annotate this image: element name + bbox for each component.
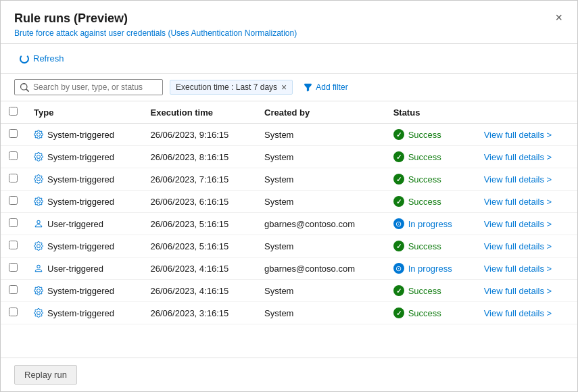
status-icon bbox=[393, 196, 404, 207]
status-cell: Success bbox=[385, 168, 476, 191]
status-cell: Success bbox=[385, 191, 476, 213]
type-column-header: Type bbox=[26, 101, 143, 124]
search-box[interactable] bbox=[14, 79, 163, 95]
created-by-cell: System bbox=[256, 168, 385, 191]
status-cell: Success bbox=[385, 235, 476, 258]
row-checkbox-cell[interactable] bbox=[1, 146, 26, 168]
view-details-cell[interactable]: View full details > bbox=[476, 258, 577, 280]
view-details-link[interactable]: View full details > bbox=[484, 241, 552, 251]
row-checkbox[interactable] bbox=[9, 174, 18, 182]
row-checkbox-cell[interactable] bbox=[1, 258, 26, 280]
dialog-header: Rule runs (Preview) Brute force attack a… bbox=[1, 1, 577, 44]
table-body: System-triggered26/06/2023, 9:16:15Syste… bbox=[1, 124, 577, 324]
row-checkbox-cell[interactable] bbox=[1, 280, 26, 302]
type-label: System-triggered bbox=[47, 152, 114, 162]
execution-time-cell: 26/06/2023, 5:16:15 bbox=[143, 235, 257, 258]
created-by-cell: System bbox=[256, 302, 385, 324]
footer: Replay run bbox=[1, 358, 577, 391]
row-checkbox-cell[interactable] bbox=[1, 302, 26, 324]
created-by-cell: gbarnes@contoso.com bbox=[256, 258, 385, 280]
execution-time-cell: 26/06/2023, 3:16:15 bbox=[143, 302, 257, 324]
created-by-cell: System bbox=[256, 235, 385, 258]
row-checkbox-cell[interactable] bbox=[1, 124, 26, 146]
row-checkbox-cell[interactable] bbox=[1, 213, 26, 235]
dialog-subtitle: Brute force attack against user credenti… bbox=[14, 28, 564, 38]
user-icon bbox=[34, 219, 43, 228]
type-label: User-triggered bbox=[47, 219, 103, 229]
type-cell: System-triggered bbox=[26, 191, 143, 213]
row-checkbox[interactable] bbox=[9, 151, 18, 160]
gear-icon bbox=[34, 286, 43, 295]
add-filter-button[interactable]: Add filter bbox=[299, 80, 352, 95]
subtitle-link[interactable]: Authentication Normalization bbox=[191, 28, 294, 38]
view-details-cell[interactable]: View full details > bbox=[476, 191, 577, 213]
view-details-cell[interactable]: View full details > bbox=[476, 124, 577, 146]
funnel-icon bbox=[304, 83, 312, 92]
type-cell: System-triggered bbox=[26, 280, 143, 302]
row-checkbox-cell[interactable] bbox=[1, 235, 26, 258]
table-row: System-triggered26/06/2023, 4:16:15Syste… bbox=[1, 280, 577, 302]
row-checkbox-cell[interactable] bbox=[1, 168, 26, 191]
status-label: Success bbox=[408, 130, 441, 140]
status-icon bbox=[393, 263, 404, 274]
replay-run-button[interactable]: Replay run bbox=[14, 365, 77, 385]
chip-remove-button[interactable]: × bbox=[281, 82, 287, 92]
status-icon bbox=[393, 174, 404, 185]
close-button[interactable]: × bbox=[551, 10, 567, 25]
view-details-link[interactable]: View full details > bbox=[484, 264, 552, 274]
row-checkbox[interactable] bbox=[9, 263, 18, 272]
status-label: Success bbox=[408, 286, 441, 296]
status-column-header: Status bbox=[385, 101, 476, 124]
search-input[interactable] bbox=[33, 82, 157, 92]
view-details-link[interactable]: View full details > bbox=[484, 152, 552, 162]
type-label: System-triggered bbox=[47, 308, 114, 318]
view-details-cell[interactable]: View full details > bbox=[476, 302, 577, 324]
view-details-link[interactable]: View full details > bbox=[484, 286, 552, 296]
type-cell: System-triggered bbox=[26, 124, 143, 146]
status-cell: Success bbox=[385, 124, 476, 146]
refresh-button[interactable]: Refresh bbox=[14, 51, 70, 66]
view-details-link[interactable]: View full details > bbox=[484, 174, 552, 185]
row-checkbox[interactable] bbox=[9, 196, 18, 205]
execution-time-cell: 26/06/2023, 7:16:15 bbox=[143, 168, 257, 191]
status-cell: Success bbox=[385, 146, 476, 168]
status-label: Success bbox=[408, 308, 441, 318]
type-cell: User-triggered bbox=[26, 213, 143, 235]
row-checkbox[interactable] bbox=[9, 308, 18, 316]
execution-time-cell: 26/06/2023, 5:16:15 bbox=[143, 213, 257, 235]
type-label: System-triggered bbox=[47, 130, 114, 140]
view-details-cell[interactable]: View full details > bbox=[476, 146, 577, 168]
type-cell: System-triggered bbox=[26, 302, 143, 324]
view-details-cell[interactable]: View full details > bbox=[476, 235, 577, 258]
view-details-cell[interactable]: View full details > bbox=[476, 280, 577, 302]
select-all-checkbox[interactable] bbox=[9, 107, 18, 116]
row-checkbox-cell[interactable] bbox=[1, 191, 26, 213]
view-details-link[interactable]: View full details > bbox=[484, 197, 552, 207]
view-details-link[interactable]: View full details > bbox=[484, 308, 552, 318]
refresh-label: Refresh bbox=[33, 53, 64, 64]
table-wrapper[interactable]: Type Execution time Created by Status Sy… bbox=[1, 101, 577, 358]
status-cell: Success bbox=[385, 280, 476, 302]
status-label: In progress bbox=[408, 264, 452, 274]
status-cell: Success bbox=[385, 302, 476, 324]
view-details-cell[interactable]: View full details > bbox=[476, 213, 577, 235]
type-label: System-triggered bbox=[47, 286, 114, 296]
type-label: System-triggered bbox=[47, 241, 114, 251]
table-row: User-triggered26/06/2023, 4:16:15gbarnes… bbox=[1, 258, 577, 280]
gear-icon bbox=[34, 241, 43, 251]
view-details-link[interactable]: View full details > bbox=[484, 130, 552, 140]
created-by-cell: System bbox=[256, 191, 385, 213]
status-label: Success bbox=[408, 197, 441, 207]
gear-icon bbox=[34, 308, 43, 318]
view-details-link[interactable]: View full details > bbox=[484, 219, 552, 229]
row-checkbox[interactable] bbox=[9, 218, 18, 227]
dialog-title: Rule runs (Preview) bbox=[14, 11, 564, 26]
view-details-cell[interactable]: View full details > bbox=[476, 168, 577, 191]
row-checkbox[interactable] bbox=[9, 285, 18, 294]
select-all-header[interactable] bbox=[1, 101, 26, 124]
status-label: Success bbox=[408, 241, 441, 251]
gear-icon bbox=[34, 152, 43, 162]
status-label: Success bbox=[408, 152, 441, 162]
row-checkbox[interactable] bbox=[9, 241, 18, 249]
row-checkbox[interactable] bbox=[9, 129, 18, 138]
